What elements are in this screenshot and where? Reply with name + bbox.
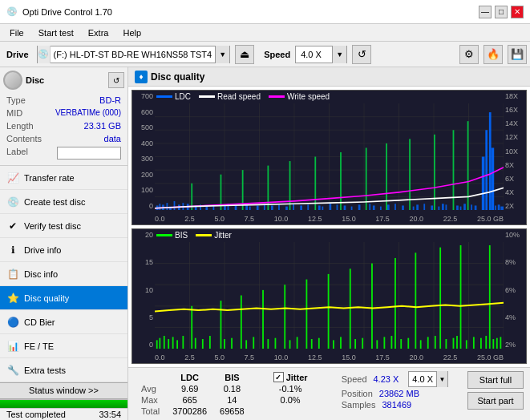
stats-spacer-header: [251, 371, 267, 383]
svg-rect-108: [182, 336, 184, 349]
svg-rect-152: [480, 338, 482, 349]
stats-header-row: LDC BIS ✓ Jitter: [135, 371, 314, 383]
drive-dropdown-arrow[interactable]: ▼: [215, 46, 229, 63]
disc-type-label: Type: [5, 95, 47, 106]
svg-rect-86: [498, 204, 500, 210]
disc-type-row: Type BD-R: [5, 95, 123, 106]
svg-rect-59: [373, 205, 375, 210]
start-full-button[interactable]: Start full: [467, 371, 524, 389]
disc-header: Disc ↺: [3, 71, 124, 90]
fe-te-icon: 📊: [6, 340, 19, 353]
progress-bar-fill: [0, 400, 127, 409]
disc-label-input[interactable]: [57, 147, 121, 160]
status-window-label: Status window >>: [29, 386, 99, 395]
drive-info-icon: ℹ: [6, 244, 19, 256]
save-button[interactable]: 💾: [508, 45, 527, 64]
svg-rect-135: [376, 340, 378, 349]
sidebar-item-cd-bier[interactable]: 🔵 CD Bier: [0, 310, 127, 334]
svg-rect-22: [174, 201, 176, 210]
svg-rect-110: [195, 338, 196, 349]
speed-select-value: 4.0 X: [409, 374, 436, 384]
menu-file[interactable]: File: [3, 26, 30, 39]
burn-button[interactable]: 🔥: [483, 45, 503, 64]
extra-tests-label: Extra tests: [24, 365, 66, 375]
svg-rect-67: [416, 204, 419, 210]
refresh-button[interactable]: ↺: [352, 45, 371, 64]
svg-rect-116: [241, 296, 242, 349]
stats-max-row: Max 665 14 0.0%: [135, 394, 314, 406]
sidebar-item-create-test-disc[interactable]: 💿 Create test disc: [0, 190, 127, 214]
read-speed-legend-label: Read speed: [217, 92, 261, 101]
status-text-bar: Test completed 33:54: [0, 408, 127, 420]
toolbar: Drive 💿 (F:) HL-DT-ST BD-RE WH16NS58 TST…: [0, 42, 530, 67]
speed-dropdown-arrow[interactable]: ▼: [332, 46, 346, 63]
speed-value: 4.0 X: [296, 50, 332, 59]
disc-contents-label: Contents: [5, 133, 47, 144]
jitter-checkbox-container[interactable]: ✓ Jitter: [273, 372, 308, 382]
cd-bier-label: CD Bier: [24, 317, 55, 327]
minimize-button[interactable]: —: [479, 6, 492, 18]
maximize-button[interactable]: □: [495, 6, 508, 18]
drive-selector[interactable]: 💿 (F:) HL-DT-ST BD-RE WH16NS58 TST4 ▼: [37, 46, 231, 63]
svg-rect-40: [267, 166, 269, 210]
svg-rect-56: [358, 204, 361, 210]
drive-value: (F:) HL-DT-ST BD-RE WH16NS58 TST4: [51, 50, 216, 59]
disc-panel-title: Disc: [26, 75, 44, 85]
svg-rect-53: [340, 152, 342, 210]
samples-value: 381469: [382, 400, 411, 410]
svg-rect-149: [460, 245, 462, 349]
menu-start-test[interactable]: Start test: [32, 26, 80, 39]
disc-quality-title: Disc quality: [151, 71, 204, 83]
sidebar-item-fe-te[interactable]: 📊 FE / TE: [0, 334, 127, 358]
charts-area: LDC Read speed Write speed 700 600 500: [128, 87, 530, 367]
samples-row: Samples 381469: [342, 400, 448, 410]
sidebar-item-disc-quality[interactable]: ⭐ Disc quality: [0, 286, 127, 310]
sidebar-item-drive-info[interactable]: ℹ Drive info: [0, 238, 127, 262]
sidebar-item-extra-tests[interactable]: 🔧 Extra tests: [0, 358, 127, 382]
ldc-legend-label: LDC: [175, 92, 191, 101]
stats-ldc-header: LDC: [166, 371, 213, 383]
svg-rect-115: [231, 338, 233, 349]
chart1-xaxis: 0.0 2.5 5.0 7.5 10.0 12.5 15.0 17.5 20.0…: [155, 215, 504, 223]
eject-button[interactable]: ⏏: [235, 45, 254, 64]
svg-rect-133: [362, 338, 363, 349]
stats-jitter-check-header: ✓ Jitter: [267, 371, 314, 383]
create-test-disc-icon: 💿: [6, 196, 19, 208]
svg-rect-114: [224, 339, 225, 349]
disc-length-value: 23.31 GB: [48, 120, 123, 131]
svg-rect-129: [333, 340, 334, 349]
position-key: Position: [342, 389, 373, 398]
svg-rect-57: [366, 147, 367, 210]
speed-select-arrow[interactable]: ▼: [436, 371, 447, 387]
menu-extra[interactable]: Extra: [82, 26, 115, 39]
svg-rect-60: [380, 207, 382, 210]
svg-rect-117: [245, 340, 247, 349]
stats-area: LDC BIS ✓ Jitter Avg 9.: [128, 367, 530, 420]
stats-row-header: [135, 371, 166, 383]
sidebar: Disc ↺ Type BD-R MID VERBATIMe (000) Len…: [0, 67, 128, 420]
stats-total-jitter-spacer: [267, 406, 314, 417]
sidebar-item-verify-test-disc[interactable]: ✔ Verify test disc: [0, 214, 127, 238]
settings-button[interactable]: ⚙: [459, 45, 479, 64]
position-row: Position 23862 MB: [342, 389, 448, 398]
svg-rect-82: [485, 130, 488, 210]
titlebar-controls[interactable]: — □ ✕: [479, 6, 524, 18]
speed-selector[interactable]: 4.0 X ▼: [295, 46, 347, 63]
sidebar-item-disc-info[interactable]: 📋 Disc info: [0, 262, 127, 286]
total-bis: 69658: [213, 406, 251, 417]
svg-rect-122: [284, 285, 285, 349]
sidebar-item-transfer-rate[interactable]: 📈 Transfer rate: [0, 166, 127, 190]
menu-help[interactable]: Help: [116, 26, 148, 39]
max-ldc: 665: [166, 394, 213, 406]
speed-dropdown-container[interactable]: 4.0 X ▼: [408, 371, 448, 387]
chart1-plot: [155, 103, 504, 210]
status-window-button[interactable]: Status window >>: [0, 382, 127, 399]
disc-refresh-button[interactable]: ↺: [108, 72, 124, 88]
jitter-legend-color: [196, 234, 212, 236]
svg-rect-125: [306, 280, 308, 349]
jitter-checkbox[interactable]: ✓: [273, 372, 284, 382]
stats-total-row: Total 3700286 69658: [135, 406, 314, 417]
content-area: ♦ Disc quality LDC Read speed: [128, 67, 530, 420]
close-button[interactable]: ✕: [511, 6, 524, 18]
start-part-button[interactable]: Start part: [467, 392, 524, 410]
